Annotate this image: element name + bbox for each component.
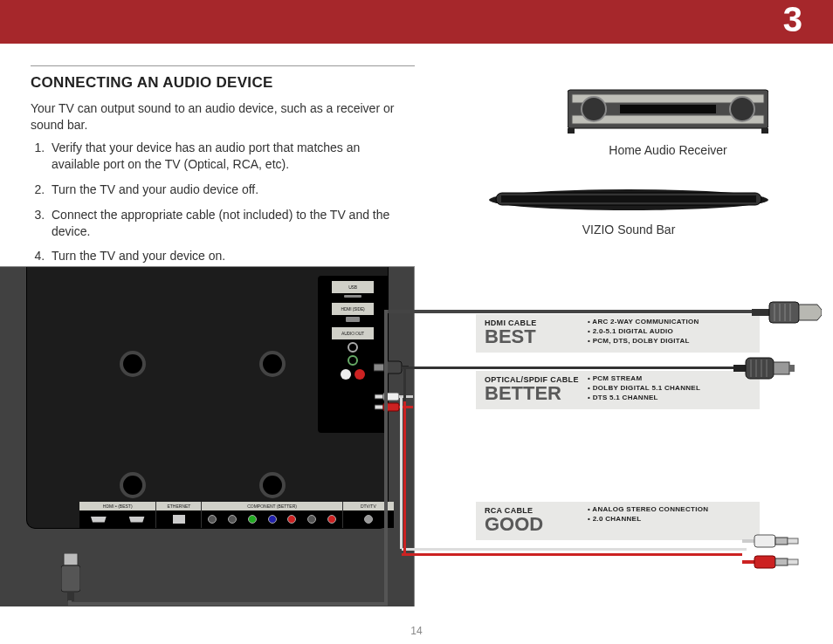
component-port [307, 515, 316, 524]
svg-rect-37 [789, 365, 795, 372]
bullet: 2.0 CHANNEL [588, 515, 708, 524]
rca-red-port [355, 369, 365, 380]
home-audio-receiver: Home Audio Receiver [568, 83, 768, 157]
cable-segment [384, 310, 388, 606]
coax-port [364, 515, 373, 524]
svg-point-4 [582, 97, 606, 121]
hdmi-cable-line [384, 310, 755, 313]
cable-bullet-list: PCM STREAM DOLBY DIGITAL 5.1 CHANNEL DTS… [588, 374, 700, 402]
component-port-group: COMPONENT (BETTER) [202, 502, 342, 528]
mount-hole [120, 472, 146, 498]
bullet: 2.0-5.1 DIGITAL AUDIO [588, 327, 699, 337]
hdmi-port-group: HDMI • (BEST) [79, 502, 156, 528]
chapter-number: 3 [783, 0, 802, 39]
svg-rect-14 [374, 364, 384, 371]
svg-rect-42 [742, 560, 754, 564]
bullet: DTS 5.1 CHANNEL [588, 394, 700, 403]
optical-connector-icon [733, 351, 795, 386]
ethernet-port [173, 515, 185, 524]
svg-rect-38 [742, 539, 754, 543]
component-port [228, 515, 237, 524]
component-port [327, 515, 336, 524]
cable-segment [400, 397, 403, 549]
receiver-icon [568, 83, 768, 135]
receiver-label: Home Audio Receiver [568, 143, 768, 157]
hdmi-port [129, 517, 145, 523]
rca-white-port [341, 369, 351, 380]
cable-card-better: OPTICAL/SPDIF CABLE BETTER PCM STREAM DO… [476, 371, 760, 409]
svg-rect-44 [775, 558, 788, 565]
port-label-usb: USB [332, 281, 374, 293]
cable-card-good: RCA CABLE GOOD ANALOG STEREO CONNECTION … [476, 502, 760, 540]
mount-hole [259, 351, 286, 377]
component-port [268, 515, 277, 524]
mount-hole [259, 472, 286, 498]
bottom-port-panel: HDMI • (BEST) ETHERNET COMPONENT (BETTER… [79, 502, 394, 528]
svg-rect-7 [761, 128, 768, 134]
svg-rect-11 [64, 553, 78, 565]
svg-rect-30 [733, 365, 746, 372]
list-item: Turn the TV and your audio device off. [48, 182, 406, 198]
mount-hole [120, 351, 146, 377]
hdmi-port [91, 517, 107, 523]
cable-card-best: HDMI CABLE BEST ARC 2-WAY COMMUNICATION … [476, 314, 760, 353]
component-port [208, 515, 217, 524]
svg-rect-31 [746, 358, 774, 379]
cable-segment [68, 600, 72, 606]
bullet: DOLBY DIGITAL 5.1 CHANNEL [588, 384, 700, 394]
svg-rect-23 [752, 309, 769, 316]
svg-rect-10 [501, 195, 756, 202]
port-label-hdmi-side: HDMI (SIDE) [332, 303, 374, 315]
headphone-port [348, 355, 358, 366]
port-label: HDMI • (BEST) [79, 502, 155, 510]
cable-segment [72, 602, 386, 606]
list-item: Connect the appropriate cable (not inclu… [48, 207, 406, 240]
svg-rect-45 [788, 559, 798, 565]
component-port [287, 515, 296, 524]
svg-rect-24 [769, 302, 799, 323]
svg-rect-39 [754, 535, 775, 547]
svg-rect-17 [375, 394, 383, 399]
bullet: PCM STREAM [588, 374, 700, 384]
intro-paragraph: Your TV can output sound to an audio dev… [31, 100, 406, 134]
svg-rect-6 [568, 128, 575, 134]
soundbar-icon [489, 188, 768, 212]
section-heading: CONNECTING AN AUDIO DEVICE [31, 74, 273, 92]
svg-rect-3 [620, 105, 716, 113]
port-label: ETHERNET [156, 502, 201, 510]
divider [31, 65, 415, 66]
page-number: 14 [410, 625, 422, 637]
rca-cable-white-line [402, 548, 747, 551]
optical-cable-line [402, 367, 738, 369]
tv-chassis: USB HDMI (SIDE) AUDIO OUT HDMI • (BEST) … [26, 267, 389, 529]
port-label: COMPONENT (BETTER) [202, 502, 341, 510]
usb-port [344, 295, 361, 298]
list-item: Turn the TV and your device on. [48, 248, 406, 264]
svg-rect-20 [375, 405, 383, 409]
optical-port [348, 342, 358, 353]
hdmi-side-port [346, 317, 360, 322]
svg-rect-43 [754, 556, 775, 568]
svg-rect-12 [61, 565, 80, 592]
bullet: ARC 2-WAY COMMUNICATION [588, 318, 699, 327]
vizio-sound-bar: VIZIO Sound Bar [489, 188, 768, 236]
svg-rect-36 [774, 362, 789, 374]
svg-rect-41 [788, 538, 798, 544]
cable-segment [403, 367, 406, 403]
ethernet-port-group: ETHERNET [156, 502, 202, 528]
hdmi-connector-icon [752, 297, 822, 328]
rca-plug-tv-icon [375, 393, 413, 412]
back-of-tv-label: BACK OF TV [31, 611, 115, 626]
svg-marker-29 [799, 305, 822, 320]
soundbar-label: VIZIO Sound Bar [489, 223, 768, 236]
hdmi-plug-icon [61, 553, 80, 601]
bullet: PCM, DTS, DOLBY DIGITAL [588, 337, 699, 346]
chapter-banner [0, 0, 833, 44]
rca-cable-red-line [402, 553, 742, 556]
cable-bullet-list: ARC 2-WAY COMMUNICATION 2.0-5.1 DIGITAL … [588, 318, 699, 346]
port-label-audio-out: AUDIO OUT [332, 327, 374, 339]
svg-rect-40 [775, 538, 788, 545]
component-port [248, 515, 257, 524]
rca-connector-icon [742, 532, 803, 576]
instruction-list: Verify that your device has an audio por… [31, 140, 406, 273]
